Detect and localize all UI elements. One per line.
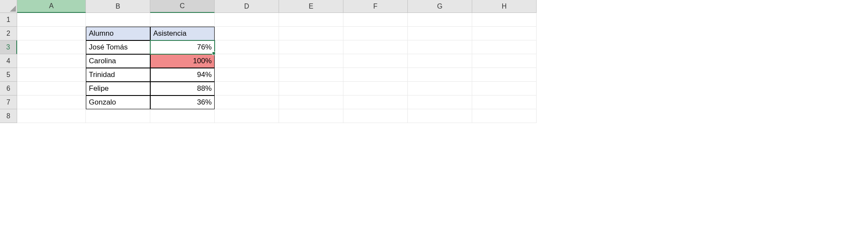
- col-header-D[interactable]: D: [215, 0, 279, 13]
- cell-B1[interactable]: [86, 13, 150, 27]
- cell-A5[interactable]: [17, 68, 86, 82]
- cell-F4[interactable]: [343, 54, 408, 68]
- cell-F7[interactable]: [343, 96, 408, 109]
- cell-B8[interactable]: [86, 109, 150, 123]
- cell-D2[interactable]: [215, 27, 279, 40]
- select-all-corner[interactable]: [0, 0, 17, 13]
- cell-E1[interactable]: [279, 13, 343, 27]
- row-header-5[interactable]: 5: [0, 68, 17, 82]
- row-header-8[interactable]: 8: [0, 109, 17, 123]
- cell-H4[interactable]: [472, 54, 537, 68]
- cell-F5[interactable]: [343, 68, 408, 82]
- cell-G3[interactable]: [408, 40, 472, 54]
- cell-E2[interactable]: [279, 27, 343, 40]
- cell-D4[interactable]: [215, 54, 279, 68]
- table-row[interactable]: 88%: [150, 82, 215, 96]
- cell-G7[interactable]: [408, 96, 472, 109]
- cell-G8[interactable]: [408, 109, 472, 123]
- table-row[interactable]: José Tomás: [86, 40, 150, 54]
- spreadsheet-grid[interactable]: A B C D E F G H 1 2 Alumno Asistencia 3 …: [0, 0, 868, 123]
- col-header-G[interactable]: G: [408, 0, 472, 13]
- cell-A8[interactable]: [17, 109, 86, 123]
- cell-E5[interactable]: [279, 68, 343, 82]
- col-header-A[interactable]: A: [17, 0, 86, 13]
- cell-D6[interactable]: [215, 82, 279, 96]
- cell-A4[interactable]: [17, 54, 86, 68]
- cell-E3[interactable]: [279, 40, 343, 54]
- cell-A6[interactable]: [17, 82, 86, 96]
- cell-H5[interactable]: [472, 68, 537, 82]
- cell-E8[interactable]: [279, 109, 343, 123]
- table-row[interactable]: Felipe: [86, 82, 150, 96]
- table-header-student[interactable]: Alumno: [86, 27, 150, 40]
- cell-A7[interactable]: [17, 96, 86, 109]
- cell-C1[interactable]: [150, 13, 215, 27]
- cell-H7[interactable]: [472, 96, 537, 109]
- col-header-C[interactable]: C: [150, 0, 215, 13]
- cell-G6[interactable]: [408, 82, 472, 96]
- table-row[interactable]: Gonzalo: [86, 96, 150, 109]
- row-header-4[interactable]: 4: [0, 54, 17, 68]
- cell-C8[interactable]: [150, 109, 215, 123]
- cell-G5[interactable]: [408, 68, 472, 82]
- cell-F8[interactable]: [343, 109, 408, 123]
- cell-H3[interactable]: [472, 40, 537, 54]
- table-row[interactable]: 36%: [150, 96, 215, 109]
- cell-A3[interactable]: [17, 40, 86, 54]
- cell-D7[interactable]: [215, 96, 279, 109]
- cell-D1[interactable]: [215, 13, 279, 27]
- col-header-B[interactable]: B: [86, 0, 150, 13]
- table-row[interactable]: 100%: [150, 54, 215, 68]
- cell-D8[interactable]: [215, 109, 279, 123]
- table-row[interactable]: Carolina: [86, 54, 150, 68]
- cell-H2[interactable]: [472, 27, 537, 40]
- cell-F1[interactable]: [343, 13, 408, 27]
- row-header-2[interactable]: 2: [0, 27, 17, 40]
- col-header-E[interactable]: E: [279, 0, 343, 13]
- cell-F2[interactable]: [343, 27, 408, 40]
- cell-E6[interactable]: [279, 82, 343, 96]
- cell-H8[interactable]: [472, 109, 537, 123]
- cell-G1[interactable]: [408, 13, 472, 27]
- cell-E4[interactable]: [279, 54, 343, 68]
- cell-F3[interactable]: [343, 40, 408, 54]
- cell-H6[interactable]: [472, 82, 537, 96]
- row-header-6[interactable]: 6: [0, 82, 17, 96]
- row-header-3[interactable]: 3: [0, 40, 17, 54]
- table-row[interactable]: Trinidad: [86, 68, 150, 82]
- row-header-7[interactable]: 7: [0, 96, 17, 109]
- table-row[interactable]: 94%: [150, 68, 215, 82]
- cell-H1[interactable]: [472, 13, 537, 27]
- cell-G2[interactable]: [408, 27, 472, 40]
- table-row[interactable]: 76%: [150, 40, 215, 54]
- col-header-H[interactable]: H: [472, 0, 537, 13]
- cell-E7[interactable]: [279, 96, 343, 109]
- cell-G4[interactable]: [408, 54, 472, 68]
- row-header-1[interactable]: 1: [0, 13, 17, 27]
- table-header-attendance[interactable]: Asistencia: [150, 27, 215, 40]
- cell-F6[interactable]: [343, 82, 408, 96]
- cell-D3[interactable]: [215, 40, 279, 54]
- cell-D5[interactable]: [215, 68, 279, 82]
- cell-A1[interactable]: [17, 13, 86, 27]
- cell-A2[interactable]: [17, 27, 86, 40]
- col-header-F[interactable]: F: [343, 0, 408, 13]
